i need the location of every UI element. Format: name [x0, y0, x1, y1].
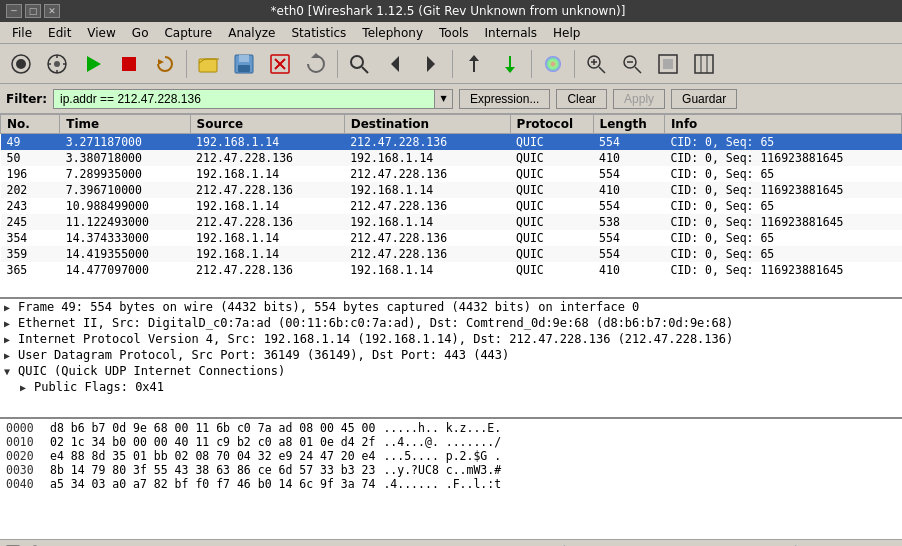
packet-details[interactable]: ▶Frame 49: 554 bytes on wire (4432 bits)… — [0, 299, 902, 419]
svg-marker-22 — [427, 56, 435, 72]
start-capture-toolbar-btn[interactable] — [76, 47, 110, 81]
normal-size-btn[interactable] — [651, 47, 685, 81]
open-file-btn[interactable] — [191, 47, 225, 81]
table-row[interactable]: 493.271187000192.168.1.14212.47.228.136Q… — [1, 134, 902, 151]
titlebar-title: *eth0 [Wireshark 1.12.5 (Git Rev Unknown… — [271, 4, 626, 18]
menu-file[interactable]: File — [4, 22, 40, 43]
toolbar-sep-1 — [186, 50, 187, 78]
col-info[interactable]: Info — [664, 115, 901, 134]
detail-item[interactable]: ▶Frame 49: 554 bytes on wire (4432 bits)… — [0, 299, 902, 315]
titlebar-left: ─ □ ✕ — [6, 4, 60, 18]
prev-packet-btn[interactable] — [378, 47, 412, 81]
maximize-btn[interactable]: □ — [25, 4, 41, 18]
col-protocol[interactable]: Protocol — [510, 115, 593, 134]
statusbar: File: "/tmp/wireshark_pcapng_e..." Packe… — [0, 539, 902, 546]
detail-item[interactable]: ▼QUIC (Quick UDP Internet Connections) — [0, 363, 902, 379]
apply-filter-btn[interactable]: Apply — [613, 89, 665, 109]
detail-arrow: ▶ — [20, 382, 30, 393]
svg-rect-37 — [695, 55, 713, 73]
svg-line-20 — [362, 67, 368, 73]
table-row[interactable]: 24511.122493000212.47.228.136192.168.1.1… — [1, 214, 902, 230]
goto-packet-btn[interactable] — [457, 47, 491, 81]
expression-btn[interactable]: Expression... — [459, 89, 550, 109]
next-packet-btn[interactable] — [414, 47, 448, 81]
menu-telephony[interactable]: Telephony — [354, 22, 431, 43]
filter-input[interactable] — [53, 89, 435, 109]
menu-view[interactable]: View — [79, 22, 123, 43]
hex-row: 001002 1c 34 b0 00 00 40 11 c9 b2 c0 a8 … — [6, 435, 896, 449]
detail-item[interactable]: ▶User Datagram Protocol, Src Port: 36149… — [0, 347, 902, 363]
titlebar: ─ □ ✕ *eth0 [Wireshark 1.12.5 (Git Rev U… — [0, 0, 902, 22]
packet-list[interactable]: No. Time Source Destination Protocol Len… — [0, 114, 902, 299]
hex-bytes: 8b 14 79 80 3f 55 43 38 63 86 ce 6d 57 3… — [50, 463, 375, 477]
zoom-out-btn[interactable] — [615, 47, 649, 81]
capture-options-btn[interactable] — [40, 47, 74, 81]
hex-row: 00308b 14 79 80 3f 55 43 38 63 86 ce 6d … — [6, 463, 896, 477]
hex-ascii: ..y.?UC8 c..mW3.# — [383, 463, 501, 477]
svg-line-34 — [635, 67, 641, 73]
menu-statistics[interactable]: Statistics — [283, 22, 354, 43]
packet-table: No. Time Source Destination Protocol Len… — [0, 114, 902, 278]
status-icon-2 — [26, 543, 44, 547]
colorize-btn[interactable] — [536, 47, 570, 81]
hex-row: 0000d8 b6 b7 0d 9e 68 00 11 6b c0 7a ad … — [6, 421, 896, 435]
table-row[interactable]: 24310.988499000192.168.1.14212.47.228.13… — [1, 198, 902, 214]
menu-analyze[interactable]: Analyze — [220, 22, 283, 43]
col-no[interactable]: No. — [1, 115, 60, 134]
detail-text: Internet Protocol Version 4, Src: 192.16… — [18, 332, 733, 346]
hex-dump[interactable]: 0000d8 b6 b7 0d 9e 68 00 11 6b c0 7a ad … — [0, 419, 902, 539]
hex-bytes: d8 b6 b7 0d 9e 68 00 11 6b c0 7a ad 08 0… — [50, 421, 375, 435]
zoom-in-btn[interactable] — [579, 47, 613, 81]
close-window-btn[interactable]: ✕ — [44, 4, 60, 18]
menu-help[interactable]: Help — [545, 22, 588, 43]
detail-text: Public Flags: 0x41 — [34, 380, 164, 394]
menu-go[interactable]: Go — [124, 22, 157, 43]
col-time[interactable]: Time — [60, 115, 190, 134]
menubar: File Edit View Go Capture Analyze Statis… — [0, 22, 902, 44]
table-row[interactable]: 35414.374333000192.168.1.14212.47.228.13… — [1, 230, 902, 246]
table-row[interactable]: 1967.289935000192.168.1.14212.47.228.136… — [1, 166, 902, 182]
detail-arrow: ▼ — [4, 366, 14, 377]
hex-bytes: e4 88 8d 35 01 bb 02 08 70 04 32 e9 24 4… — [50, 449, 375, 463]
col-source[interactable]: Source — [190, 115, 344, 134]
restart-capture-toolbar-btn[interactable] — [148, 47, 182, 81]
table-row[interactable]: 35914.419355000192.168.1.14212.47.228.13… — [1, 246, 902, 262]
col-length[interactable]: Length — [593, 115, 664, 134]
hex-offset: 0020 — [6, 449, 42, 463]
minimize-btn[interactable]: ─ — [6, 4, 22, 18]
menu-internals[interactable]: Internals — [477, 22, 546, 43]
back-btn[interactable] — [493, 47, 527, 81]
svg-rect-13 — [239, 55, 249, 62]
detail-item[interactable]: ▶ Public Flags: 0x41 — [0, 379, 902, 395]
toolbar-sep-4 — [531, 50, 532, 78]
col-destination[interactable]: Destination — [344, 115, 510, 134]
find-packet-btn[interactable] — [342, 47, 376, 81]
table-row[interactable]: 503.380718000212.47.228.136192.168.1.14Q… — [1, 150, 902, 166]
detail-item[interactable]: ▶Internet Protocol Version 4, Src: 192.1… — [0, 331, 902, 347]
reload-file-btn[interactable] — [299, 47, 333, 81]
save-file-btn[interactable] — [227, 47, 261, 81]
save-filter-btn[interactable]: Guardar — [671, 89, 737, 109]
menu-tools[interactable]: Tools — [431, 22, 477, 43]
filter-dropdown-btn[interactable]: ▼ — [435, 89, 453, 109]
menu-capture[interactable]: Capture — [156, 22, 220, 43]
svg-rect-14 — [238, 65, 250, 72]
toolbar-sep-2 — [337, 50, 338, 78]
svg-point-19 — [351, 56, 363, 68]
hex-offset: 0040 — [6, 477, 42, 491]
stop-capture-toolbar-btn[interactable] — [112, 47, 146, 81]
menu-edit[interactable]: Edit — [40, 22, 79, 43]
svg-marker-10 — [158, 59, 164, 65]
table-row[interactable]: 2027.396710000212.47.228.136192.168.1.14… — [1, 182, 902, 198]
resize-columns-btn[interactable] — [687, 47, 721, 81]
filter-input-wrapper: ▼ — [53, 89, 453, 109]
clear-filter-btn[interactable]: Clear — [556, 89, 607, 109]
hex-offset: 0000 — [6, 421, 42, 435]
detail-item[interactable]: ▶Ethernet II, Src: DigitalD_c0:7a:ad (00… — [0, 315, 902, 331]
table-row[interactable]: 36514.477097000212.47.228.136192.168.1.1… — [1, 262, 902, 278]
hex-ascii: ..4...@. ......./ — [383, 435, 501, 449]
hex-offset: 0030 — [6, 463, 42, 477]
close-file-btn[interactable] — [263, 47, 297, 81]
interface-list-btn[interactable] — [4, 47, 38, 81]
svg-rect-36 — [663, 59, 673, 69]
